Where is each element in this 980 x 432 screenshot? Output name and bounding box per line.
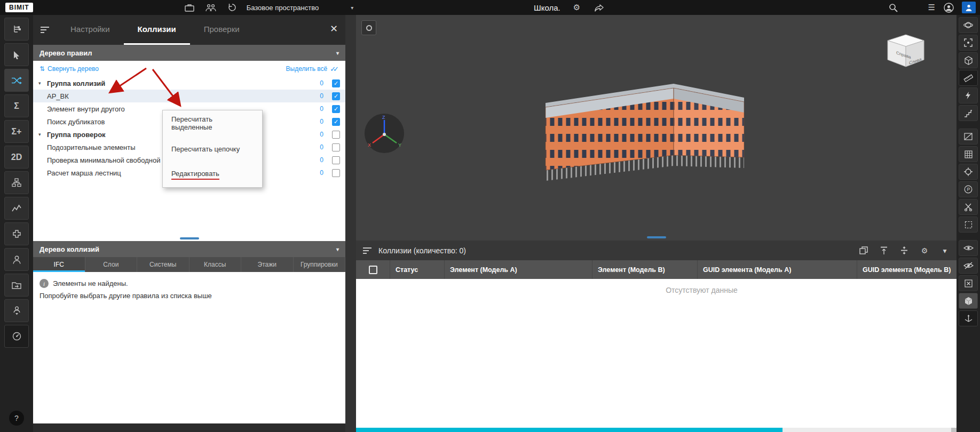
rule-checkbox[interactable]: ✓	[332, 92, 340, 100]
collisions-tree-empty: i Элементы не найдены. Попробуйте выбрат…	[33, 272, 345, 423]
collapse-tree-link[interactable]: ⇅ Свернуть дерево	[39, 65, 99, 73]
select-all-checkbox[interactable]	[369, 266, 377, 274]
rule-checkbox[interactable]	[332, 169, 340, 177]
column-guid-b[interactable]: GUID элемента (Модель B)	[857, 260, 957, 279]
sync-model-icon[interactable]	[226, 2, 238, 13]
tree-row[interactable]: АР_ВК 0 ✓	[33, 90, 345, 102]
orbit-icon[interactable]	[959, 17, 978, 33]
help-icon[interactable]: ?	[9, 411, 24, 426]
axis-z-label: Z	[382, 115, 385, 120]
align-top-icon[interactable]	[879, 246, 889, 255]
remove-selection-icon[interactable]	[959, 275, 978, 291]
focus-view-button[interactable]	[361, 20, 376, 35]
axis-gizmo[interactable]: Z X Y	[363, 113, 405, 154]
navigation-cube[interactable]: Справа Слева	[886, 33, 926, 69]
project-settings-icon[interactable]: ⚙	[573, 3, 580, 12]
stairs-icon[interactable]	[959, 105, 978, 121]
rule-checkbox[interactable]: ✓	[332, 105, 340, 113]
current-user-icon[interactable]	[962, 2, 976, 13]
menu-item-recalc-chain[interactable]: Пересчитать цепочку	[163, 136, 262, 162]
grid-icon[interactable]	[959, 146, 978, 162]
panel-tab-bar: Настройки Коллизии Проверки ✕	[33, 15, 345, 45]
column-element-b[interactable]: Элемент (Модель B)	[592, 260, 698, 279]
tab-layers[interactable]: Слои	[85, 257, 138, 272]
menu-item-edit[interactable]: Редактировать	[163, 162, 262, 187]
rule-count: 0	[320, 92, 323, 100]
close-icon[interactable]: ✕	[330, 23, 338, 35]
plan-icon[interactable]: P	[959, 181, 978, 197]
share-icon[interactable]	[593, 2, 605, 13]
collisions-tool-icon[interactable]	[4, 69, 29, 92]
tab-collisions[interactable]: Коллизии	[124, 15, 190, 45]
2d-view-icon[interactable]: 2D	[4, 146, 29, 169]
graph-icon[interactable]	[4, 197, 29, 220]
isolate-solid-cube-icon[interactable]	[959, 293, 978, 309]
axes-3d-icon[interactable]	[959, 310, 978, 326]
3d-viewport[interactable]: Справа Слева Z X Y	[356, 15, 957, 241]
align-center-icon[interactable]	[899, 246, 910, 255]
show-eye-icon[interactable]	[959, 240, 978, 256]
chevron-down-icon[interactable]: ▾	[38, 132, 47, 137]
tab-settings[interactable]: Настройки	[57, 15, 124, 45]
rule-count: 0	[320, 143, 323, 151]
account-circle-icon[interactable]	[943, 2, 954, 13]
select-cursor-icon[interactable]	[4, 43, 29, 66]
panel-resize-handle[interactable]	[180, 237, 199, 239]
rule-checkbox[interactable]	[332, 131, 340, 139]
tab-systems[interactable]: Системы	[137, 257, 189, 272]
target-icon[interactable]	[959, 164, 978, 180]
isolate-cube-icon[interactable]	[959, 52, 978, 68]
column-status[interactable]: Статус	[390, 260, 445, 279]
settings-icon[interactable]: ⚙	[919, 246, 930, 255]
select-all-label: Выделить всё	[286, 65, 328, 73]
fit-view-icon[interactable]	[959, 35, 978, 51]
sum-plus-icon[interactable]: Σ+	[4, 120, 29, 143]
viewport-resize-handle[interactable]	[647, 236, 666, 238]
plugins-icon[interactable]	[4, 222, 29, 245]
search-icon[interactable]	[888, 2, 899, 13]
model-tree-icon[interactable]	[4, 18, 29, 41]
rule-checkbox[interactable]	[332, 156, 340, 164]
hide-eye-off-icon[interactable]	[959, 258, 978, 274]
projects-icon[interactable]	[184, 2, 195, 13]
team-icon[interactable]	[205, 2, 217, 13]
shared-folder-icon[interactable]	[4, 274, 29, 297]
chevron-down-icon[interactable]: ▾	[38, 81, 47, 86]
rule-checkbox[interactable]: ✓	[332, 118, 340, 126]
rule-checkbox[interactable]	[332, 143, 340, 151]
clash-flash-icon[interactable]	[959, 87, 978, 103]
clip-box-icon[interactable]	[959, 217, 978, 233]
rule-checkbox[interactable]: ✓	[332, 79, 340, 87]
dashboard-icon[interactable]	[4, 325, 29, 348]
user-location-icon[interactable]	[4, 299, 29, 322]
building-model[interactable]	[540, 66, 754, 196]
filter-icon[interactable]	[33, 15, 57, 45]
sum-icon[interactable]: Σ	[4, 94, 29, 117]
column-element-a[interactable]: Элемент (Модель А)	[445, 260, 592, 279]
rules-tree-header[interactable]: Дерево правил ▾	[33, 45, 345, 61]
select-all-link[interactable]: Выделить всё ✓✓	[286, 65, 339, 73]
collapse-panel-icon[interactable]: ▾	[939, 246, 950, 255]
tab-floors[interactable]: Этажи	[241, 257, 294, 272]
menu-icon[interactable]: ☰	[928, 3, 935, 12]
collisions-tree-header[interactable]: Дерево коллизий ▾	[33, 241, 345, 257]
section-plane-icon[interactable]	[959, 129, 978, 145]
scheme-icon[interactable]	[4, 171, 29, 194]
workspace-selector[interactable]: Базовое пространство ▾	[247, 4, 354, 12]
column-guid-a[interactable]: GUID элемента (Модель А)	[698, 260, 857, 279]
tab-checks[interactable]: Проверки	[190, 15, 254, 45]
table-body: Отсутствуют данные	[356, 279, 957, 428]
tab-groupings[interactable]: Группировки	[294, 257, 346, 272]
menu-item-recalc-selected[interactable]: Пересчитать выделенные	[163, 110, 262, 136]
measure-icon[interactable]	[959, 70, 978, 86]
filter-icon[interactable]	[362, 247, 372, 254]
duplicate-icon[interactable]	[858, 246, 869, 255]
tab-ifc[interactable]: IFC	[33, 257, 85, 272]
axis-x-label: X	[368, 142, 371, 148]
tab-classes[interactable]: Классы	[189, 257, 242, 272]
section-cut-icon[interactable]	[959, 199, 978, 215]
tree-row[interactable]: ▾ Группа коллизий 0 ✓	[33, 77, 345, 90]
scrollbar-thumb[interactable]	[356, 428, 783, 432]
user-icon[interactable]	[4, 248, 29, 271]
horizontal-scrollbar[interactable]	[356, 428, 957, 432]
